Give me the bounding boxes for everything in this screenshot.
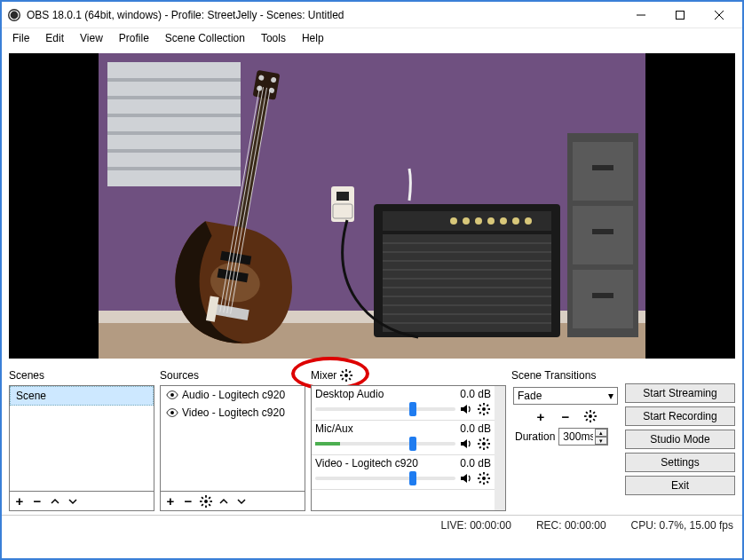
- svg-point-61: [170, 393, 174, 397]
- svg-point-99: [482, 477, 486, 480]
- menu-help[interactable]: Help: [295, 30, 331, 46]
- eye-icon[interactable]: [166, 389, 178, 401]
- svg-line-114: [593, 419, 595, 421]
- svg-line-116: [586, 419, 588, 421]
- speaker-icon[interactable]: [459, 471, 473, 485]
- svg-point-21: [450, 217, 457, 225]
- start-recording-button[interactable]: Start Recording: [625, 406, 735, 426]
- svg-point-81: [482, 407, 486, 411]
- source-item[interactable]: Audio - Logitech c920: [161, 386, 305, 404]
- svg-rect-47: [253, 70, 281, 100]
- svg-rect-45: [592, 293, 613, 298]
- svg-point-90: [482, 442, 486, 446]
- transition-duration-label: Duration: [515, 430, 555, 443]
- mixer-scrollbar[interactable]: [495, 386, 505, 510]
- mixer-volume-slider[interactable]: [315, 407, 455, 411]
- svg-line-87: [487, 412, 488, 414]
- source-move-up-button[interactable]: [218, 495, 230, 508]
- sources-list[interactable]: Audio - Logitech c920 Video - Logitech c…: [160, 385, 305, 511]
- svg-point-25: [500, 217, 507, 225]
- sources-toolbar: + −: [161, 491, 305, 510]
- menubar: File Edit View Profile Scene Collection …: [2, 28, 742, 48]
- svg-line-78: [349, 378, 351, 380]
- svg-line-113: [586, 412, 588, 414]
- menu-scene-collection[interactable]: Scene Collection: [158, 30, 252, 46]
- mixer-volume-slider[interactable]: [315, 477, 455, 480]
- speaker-icon[interactable]: [459, 402, 473, 416]
- scene-move-down-button[interactable]: [67, 495, 79, 508]
- svg-line-95: [479, 439, 481, 441]
- menu-view[interactable]: View: [73, 30, 110, 46]
- duration-step-up[interactable]: ▴: [595, 429, 607, 437]
- svg-point-24: [487, 217, 495, 225]
- gear-icon[interactable]: [477, 437, 491, 451]
- mixer-channel-name: Mic/Aux: [315, 422, 353, 435]
- window-close-button[interactable]: [700, 2, 739, 28]
- menu-profile[interactable]: Profile: [112, 30, 156, 46]
- window-minimize-button[interactable]: [621, 2, 661, 28]
- svg-line-88: [487, 405, 488, 406]
- svg-point-63: [204, 500, 208, 503]
- scene-item-label: Scene: [16, 390, 46, 402]
- studio-mode-button[interactable]: Studio Mode: [625, 430, 735, 449]
- scene-move-up-button[interactable]: [49, 495, 61, 508]
- svg-line-96: [487, 446, 488, 448]
- svg-rect-44: [573, 270, 633, 328]
- svg-line-115: [593, 412, 595, 414]
- transition-remove-button[interactable]: −: [559, 410, 572, 422]
- transition-select[interactable]: Fade ▾: [513, 387, 618, 405]
- transition-properties-button[interactable]: [584, 410, 597, 422]
- source-properties-button[interactable]: [200, 495, 212, 508]
- scene-remove-button[interactable]: −: [31, 495, 44, 508]
- settings-button[interactable]: Settings: [625, 453, 735, 472]
- source-add-button[interactable]: +: [164, 495, 177, 508]
- svg-point-27: [525, 217, 532, 225]
- source-item[interactable]: Video - Logitech c920: [161, 404, 305, 422]
- scene-add-button[interactable]: +: [13, 495, 26, 508]
- mixer-channel: Mic/Aux0.0 dB: [312, 421, 495, 455]
- transition-selected-value: Fade: [518, 390, 542, 402]
- duration-step-down[interactable]: ▾: [595, 437, 607, 445]
- mixer-channel-name: Desktop Audio: [315, 388, 384, 400]
- status-bar: LIVE: 00:00:00 REC: 00:00:00 CPU: 0.7%, …: [2, 515, 742, 534]
- svg-line-106: [487, 474, 488, 476]
- preview-area[interactable]: [9, 53, 735, 359]
- svg-line-89: [479, 412, 481, 414]
- svg-line-80: [342, 378, 344, 380]
- status-rec: REC: 00:00:00: [536, 519, 606, 532]
- mixer-settings-button[interactable]: [340, 369, 352, 382]
- eye-icon[interactable]: [166, 406, 178, 419]
- transition-add-button[interactable]: +: [534, 410, 547, 422]
- source-remove-button[interactable]: −: [182, 495, 194, 508]
- mixer-channel-db: 0.0 dB: [460, 457, 491, 469]
- svg-line-71: [202, 504, 203, 506]
- svg-rect-28: [383, 234, 551, 332]
- status-live: LIVE: 00:00:00: [440, 519, 511, 532]
- scenes-list[interactable]: Scene + −: [9, 385, 154, 511]
- menu-file[interactable]: File: [5, 30, 36, 46]
- scene-item[interactable]: Scene: [10, 386, 154, 406]
- transitions-panel-label: Scene Transitions: [511, 367, 620, 385]
- svg-line-70: [209, 497, 210, 499]
- svg-line-68: [202, 497, 203, 499]
- svg-rect-43: [592, 229, 613, 234]
- menu-edit[interactable]: Edit: [38, 30, 71, 46]
- svg-rect-40: [573, 142, 633, 201]
- scenes-toolbar: + −: [10, 491, 154, 510]
- window-maximize-button[interactable]: [661, 2, 700, 28]
- window-titlebar: OBS 18.0.1 (64bit, windows) - Profile: S…: [2, 2, 742, 28]
- mixer-channel: Video - Logitech c9200.0 dB: [312, 455, 495, 490]
- source-item-label: Audio - Logitech c920: [182, 389, 285, 401]
- exit-button[interactable]: Exit: [625, 476, 735, 495]
- menu-tools[interactable]: Tools: [254, 30, 293, 46]
- mixer-channel: Desktop Audio0.0 dB: [312, 386, 495, 421]
- start-streaming-button[interactable]: Start Streaming: [625, 383, 735, 403]
- svg-point-62: [170, 411, 174, 414]
- gear-icon[interactable]: [477, 471, 491, 485]
- source-move-down-button[interactable]: [235, 495, 248, 508]
- speaker-icon[interactable]: [459, 437, 473, 451]
- gear-icon[interactable]: [477, 402, 491, 416]
- mixer-volume-slider[interactable]: [315, 442, 455, 446]
- mixer-list: Desktop Audio0.0 dB Mic/Aux0.0 dB Video …: [311, 385, 506, 511]
- obs-app-icon: [7, 8, 21, 22]
